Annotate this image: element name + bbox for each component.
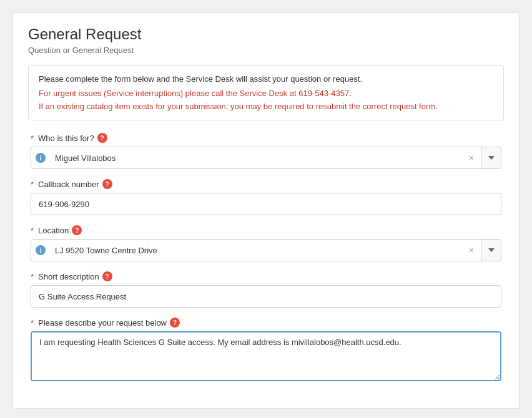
describe-label: * Please describe your request below ? <box>31 318 501 328</box>
who-label: * Who is this for? ? <box>31 133 501 143</box>
info-section: Please complete the form below and the S… <box>28 65 504 120</box>
page-subtitle: Question or General Request <box>28 46 504 55</box>
location-info-icon: i <box>36 245 46 255</box>
short-desc-label: * Short description ? <box>31 271 501 281</box>
location-help-icon[interactable]: ? <box>72 225 82 235</box>
who-chevron-down-icon <box>488 156 495 160</box>
location-clear-button[interactable]: × <box>462 240 481 261</box>
callback-input[interactable] <box>31 193 501 215</box>
location-required-marker: * <box>31 226 34 235</box>
location-field-group: * Location ? i LJ 9520 Towne Centre Driv… <box>31 225 501 261</box>
location-select-field[interactable]: i LJ 9520 Towne Centre Drive × <box>31 239 501 261</box>
who-required-marker: * <box>31 134 34 143</box>
describe-textarea[interactable]: I am requesting Health Sciences G Suite … <box>31 331 501 381</box>
callback-label-text: Callback number <box>38 180 99 189</box>
location-dropdown-button[interactable] <box>481 240 501 261</box>
short-desc-input[interactable] <box>31 285 501 308</box>
callback-label: * Callback number ? <box>31 179 501 189</box>
short-desc-field-group: * Short description ? <box>31 271 501 308</box>
who-selected-value: Miguel Villalobos <box>50 153 462 163</box>
describe-help-icon[interactable]: ? <box>170 318 180 328</box>
describe-label-text: Please describe your request below <box>38 318 167 328</box>
callback-field-group: * Callback number ? <box>31 179 501 215</box>
location-label: * Location ? <box>31 225 501 235</box>
who-help-icon[interactable]: ? <box>97 133 107 143</box>
who-field-group: * Who is this for? ? i Miguel Villalobos… <box>31 133 501 169</box>
location-selected-value: LJ 9520 Towne Centre Drive <box>50 246 462 255</box>
describe-required-marker: * <box>31 318 34 328</box>
who-label-text: Who is this for? <box>38 134 94 143</box>
page-title: General Request <box>28 26 504 43</box>
info-resubmit-text: If an existing catalog item exists for y… <box>39 102 493 111</box>
who-info-badge: i <box>31 147 50 168</box>
location-chevron-down-icon <box>488 248 495 252</box>
describe-field-group: * Please describe your request below ? I… <box>31 318 501 383</box>
who-dropdown-button[interactable] <box>481 147 501 168</box>
callback-required-marker: * <box>31 180 34 189</box>
who-clear-button[interactable]: × <box>462 147 481 168</box>
short-desc-required-marker: * <box>31 272 34 281</box>
callback-help-icon[interactable]: ? <box>102 179 112 189</box>
short-desc-label-text: Short description <box>38 272 99 281</box>
short-desc-help-icon[interactable]: ? <box>102 271 112 281</box>
form-container: General Request Question or General Requ… <box>12 12 520 409</box>
info-urgent-text: For urgent issues (Service interruptions… <box>39 89 493 98</box>
location-info-badge: i <box>31 240 50 261</box>
form-fields: * Who is this for? ? i Miguel Villalobos… <box>28 133 504 383</box>
who-info-icon: i <box>36 153 46 163</box>
location-label-text: Location <box>38 226 69 235</box>
info-intro-text: Please complete the form below and the S… <box>39 74 493 84</box>
who-select-field[interactable]: i Miguel Villalobos × <box>31 147 501 169</box>
